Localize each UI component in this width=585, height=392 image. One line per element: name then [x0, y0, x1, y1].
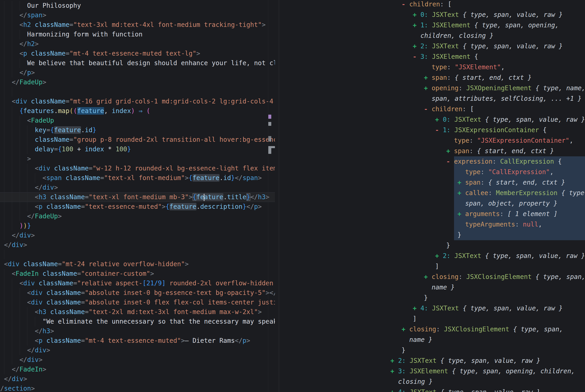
code-line[interactable]: Harmonizing form with function	[0, 30, 275, 39]
expand-toggle[interactable]: +	[390, 368, 398, 375]
ast-node-row[interactable]: + 4: JSXText { type, span, value, raw }	[279, 387, 585, 392]
code-line-current[interactable]: <h3 className="text-xl font-medium mb-3"…	[0, 192, 275, 202]
ast-node-row[interactable]: + arguments: [ 1 element ]	[279, 209, 585, 219]
ast-node-row[interactable]: + callee: MemberExpression { type,	[279, 188, 585, 198]
code-line[interactable]: Our Philosophy	[0, 1, 275, 10]
code-line[interactable]: <p className="text-essence-muted">{featu…	[0, 202, 275, 212]
code-line[interactable]: <div className="absolute inset-0 bg-esse…	[0, 288, 275, 298]
ast-node-row[interactable]: name }	[279, 282, 585, 293]
ast-node-row[interactable]: + span: { start, end, ctxt }	[279, 146, 585, 156]
collapse-toggle[interactable]: -	[435, 126, 443, 134]
ast-node-row[interactable]: + opening: JSXOpeningElement { type, nam…	[279, 83, 585, 94]
expand-toggle[interactable]: +	[457, 210, 465, 218]
expand-toggle[interactable]: +	[446, 147, 454, 155]
ast-node-row[interactable]: + 2: JSXText { type, span, value, raw }	[279, 41, 585, 52]
ast-node-row[interactable]: + closing: JSXClosingElement { type, spa…	[279, 272, 585, 282]
code-line[interactable]: </section>	[0, 384, 275, 392]
code-line[interactable]	[0, 250, 275, 259]
code-line[interactable]: </div>	[0, 355, 275, 365]
ast-node-row[interactable]: - children: [	[279, 0, 585, 10]
code-line[interactable]: className="group p-8 rounded-2xl transit…	[0, 135, 275, 144]
code-line[interactable]: </h3>	[0, 326, 275, 336]
code-line[interactable]	[0, 87, 275, 97]
ast-node-row[interactable]: ]	[279, 314, 585, 324]
ast-node-row[interactable]: }	[279, 230, 585, 240]
code-line[interactable]: <FadeIn className="container-custom">	[0, 269, 275, 278]
expand-toggle[interactable]: +	[435, 252, 443, 260]
code-line[interactable]: {features.map((feature, index) ⇒ (	[0, 106, 275, 116]
code-line[interactable]: </div>	[0, 374, 275, 384]
code-line[interactable]: </div>	[0, 231, 275, 240]
code-line[interactable]: ))}	[0, 221, 275, 231]
ast-node-row[interactable]: type: "JSXExpressionContainer",	[279, 136, 585, 146]
collapse-toggle[interactable]: -	[424, 105, 432, 113]
code-line[interactable]: We believe that beautiful design should …	[0, 58, 275, 68]
code-line[interactable]: <h3 className="text-2xl md:text-3xl font…	[0, 307, 275, 317]
ast-node-row[interactable]: + 2: JSXText { type, span, value, raw }	[279, 251, 585, 261]
expand-toggle[interactable]: +	[457, 189, 465, 197]
code-line[interactable]: "We eliminate the unnecessary so that th…	[0, 317, 275, 326]
ast-node-row[interactable]: + 1: JSXElement { type, span, opening,	[279, 20, 585, 30]
ast-node-row[interactable]: - 1: JSXExpressionContainer {	[279, 125, 585, 136]
ast-node-row[interactable]: }	[279, 240, 585, 251]
code-line[interactable]: </div>	[0, 240, 275, 250]
code-line[interactable]: </h2>	[0, 39, 275, 49]
code-line[interactable]: </p>	[0, 68, 275, 78]
code-line[interactable]: <p className="mt-4 text-essence-muted">—…	[0, 336, 275, 346]
expand-toggle[interactable]: +	[390, 388, 398, 392]
ast-node-row[interactable]: span, attributes, selfClosing, ... +1 }	[279, 94, 585, 104]
collapse-toggle[interactable]: -	[413, 53, 421, 60]
ast-node-row[interactable]: }	[279, 345, 585, 356]
ast-node-row[interactable]: span, object, property }	[279, 198, 585, 209]
expand-toggle[interactable]: +	[413, 11, 421, 18]
ast-node-row[interactable]: + 0: JSXText { type, span, value, raw }	[279, 10, 585, 20]
code-line[interactable]: delay={100 + index * 100}	[0, 144, 275, 154]
code-line[interactable]: <FadeUp	[0, 116, 275, 125]
expand-toggle[interactable]: +	[435, 116, 443, 123]
code-line[interactable]: <span className="text-xl font-medium">{f…	[0, 173, 275, 183]
expand-toggle[interactable]: +	[457, 179, 465, 186]
ast-node-row[interactable]: typeArguments: null,	[279, 219, 585, 230]
expand-toggle[interactable]: +	[413, 304, 421, 312]
code-line[interactable]: </FadeUp>	[0, 212, 275, 221]
ast-node-row[interactable]: type: "CallExpression",	[279, 167, 585, 177]
code-line[interactable]: <h2 className="text-3xl md:text-4xl font…	[0, 20, 275, 30]
ast-node-row[interactable]: closing }	[279, 376, 585, 387]
expand-toggle[interactable]: +	[413, 22, 421, 29]
code-line[interactable]: <div className="relative aspect-[21/9] r…	[0, 278, 275, 288]
ast-node-row[interactable]: name }	[279, 334, 585, 345]
expand-toggle[interactable]: +	[402, 326, 409, 333]
code-line[interactable]: <div className="w-12 h-12 rounded-xl bg-…	[0, 164, 275, 173]
expand-toggle[interactable]: +	[424, 74, 432, 81]
code-line[interactable]: </div>	[0, 183, 275, 192]
ast-node-row[interactable]: - children: [	[279, 104, 585, 114]
code-line[interactable]: <div className="absolute inset-0 flex fl…	[0, 298, 275, 307]
ast-node-row[interactable]: + 0: JSXText { type, span, value, raw }	[279, 114, 585, 125]
ast-node-row[interactable]: - expression: CallExpression {	[279, 156, 585, 167]
ast-node-row[interactable]: + 2: JSXText { type, span, value, raw }	[279, 356, 585, 366]
code-line[interactable]: </FadeUp>	[0, 78, 275, 87]
scrollbar-overview-ruler[interactable]	[268, 0, 279, 392]
expand-toggle[interactable]: +	[390, 357, 398, 364]
ast-node-row[interactable]: children, closing }	[279, 30, 585, 41]
ast-node-row[interactable]: + 3: JSXElement { type, span, opening, c…	[279, 366, 585, 376]
ast-node-row[interactable]: + span: { start, end, ctxt }	[279, 177, 585, 188]
expand-toggle[interactable]: +	[413, 42, 421, 50]
code-line[interactable]: </FadeIn>	[0, 365, 275, 374]
expand-toggle[interactable]: +	[424, 273, 432, 280]
code-line[interactable]: <div className="mt-16 grid grid-cols-1 m…	[0, 97, 275, 106]
code-line[interactable]: </span>	[0, 10, 275, 20]
ast-node-row[interactable]: - 3: JSXElement {	[279, 52, 585, 62]
code-line[interactable]: <div className="mt-24 relative overflow-…	[0, 259, 275, 269]
expand-toggle[interactable]: +	[424, 84, 432, 92]
code-line[interactable]: key={feature.id}	[0, 125, 275, 135]
code-line[interactable]: >	[0, 154, 275, 164]
ast-node-row[interactable]: ]	[279, 261, 585, 272]
code-line[interactable]: <p className="mt-4 text-essence-muted te…	[0, 49, 275, 58]
ast-node-row[interactable]: + span: { start, end, ctxt }	[279, 72, 585, 83]
collapse-toggle[interactable]: -	[402, 0, 409, 8]
ast-node-row[interactable]: + closing: JSXClosingElement { type, spa…	[279, 324, 585, 334]
ast-node-row[interactable]: type: "JSXElement",	[279, 62, 585, 72]
collapse-toggle[interactable]: -	[446, 158, 454, 165]
code-line[interactable]: </div>	[0, 346, 275, 355]
